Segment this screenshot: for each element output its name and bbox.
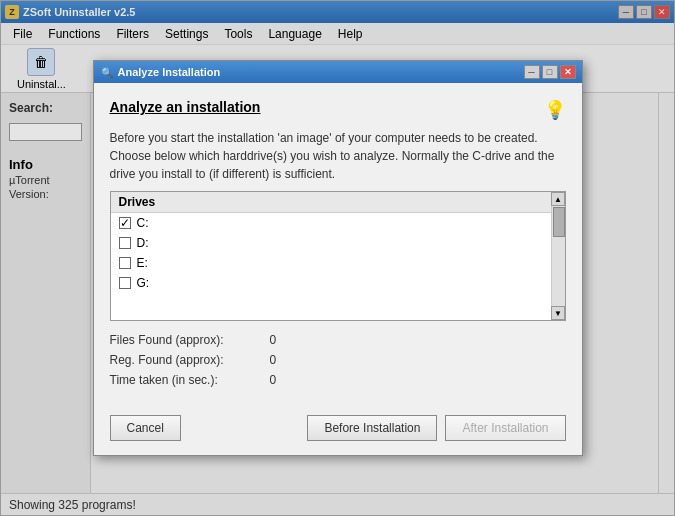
stat-row-time: Time taken (in sec.): 0 xyxy=(110,373,566,387)
files-found-label: Files Found (approx): xyxy=(110,333,270,347)
lightbulb-icon: 💡 xyxy=(544,99,566,121)
drive-item-c[interactable]: ✓ C: xyxy=(111,213,551,233)
dialog-header-row: Analyze an installation 💡 xyxy=(110,99,566,121)
dialog-overlay: 🔍 Analyze Installation ─ □ ✕ xyxy=(1,1,674,515)
stat-row-files: Files Found (approx): 0 xyxy=(110,333,566,347)
scroll-track xyxy=(552,206,565,306)
drive-g-checkbox[interactable] xyxy=(119,277,131,289)
reg-found-value: 0 xyxy=(270,353,277,367)
drive-e-checkbox[interactable] xyxy=(119,257,131,269)
scroll-thumb[interactable] xyxy=(553,207,565,237)
drive-item-e[interactable]: E: xyxy=(111,253,551,273)
dialog-title-bar: 🔍 Analyze Installation ─ □ ✕ xyxy=(94,61,582,83)
dialog-description: Before you start the installation 'an im… xyxy=(110,129,566,183)
dialog-minimize-button[interactable]: ─ xyxy=(524,65,540,79)
time-taken-label: Time taken (in sec.): xyxy=(110,373,270,387)
dialog-title-left: 🔍 Analyze Installation xyxy=(100,65,221,79)
stats-section: Files Found (approx): 0 Reg. Found (appr… xyxy=(110,329,566,391)
drive-e-label: E: xyxy=(137,256,148,270)
after-installation-button[interactable]: After Installation xyxy=(445,415,565,441)
dialog-maximize-button[interactable]: □ xyxy=(542,65,558,79)
files-found-value: 0 xyxy=(270,333,277,347)
scroll-down-arrow[interactable]: ▼ xyxy=(551,306,565,320)
dialog-icon: 🔍 xyxy=(100,65,114,79)
drives-container: Drives ✓ C: D: E: xyxy=(110,191,566,321)
drive-c-label: C: xyxy=(137,216,149,230)
before-installation-button[interactable]: Before Installation xyxy=(307,415,437,441)
stat-row-reg: Reg. Found (approx): 0 xyxy=(110,353,566,367)
drives-scrollbar[interactable]: ▲ ▼ xyxy=(551,192,565,320)
dialog-close-button[interactable]: ✕ xyxy=(560,65,576,79)
action-buttons: Before Installation After Installation xyxy=(307,415,565,441)
dialog-controls: ─ □ ✕ xyxy=(524,65,576,79)
dialog-title: Analyze Installation xyxy=(118,66,221,78)
drives-list: Drives ✓ C: D: E: xyxy=(111,192,551,320)
drive-item-g[interactable]: G: xyxy=(111,273,551,293)
drive-item-d[interactable]: D: xyxy=(111,233,551,253)
dialog-heading: Analyze an installation xyxy=(110,99,261,115)
drive-c-checkbox[interactable]: ✓ xyxy=(119,217,131,229)
dialog-footer: Cancel Before Installation After Install… xyxy=(94,407,582,455)
main-window: Z ZSoft Uninstaller v2.5 ─ □ ✕ File Func… xyxy=(0,0,675,516)
drive-d-checkbox[interactable] xyxy=(119,237,131,249)
drives-header: Drives xyxy=(111,192,551,213)
cancel-button[interactable]: Cancel xyxy=(110,415,181,441)
dialog-content: Analyze an installation 💡 Before you sta… xyxy=(94,83,582,407)
scroll-up-arrow[interactable]: ▲ xyxy=(551,192,565,206)
drive-g-label: G: xyxy=(137,276,150,290)
analyze-dialog: 🔍 Analyze Installation ─ □ ✕ xyxy=(93,60,583,456)
drive-d-label: D: xyxy=(137,236,149,250)
reg-found-label: Reg. Found (approx): xyxy=(110,353,270,367)
time-taken-value: 0 xyxy=(270,373,277,387)
